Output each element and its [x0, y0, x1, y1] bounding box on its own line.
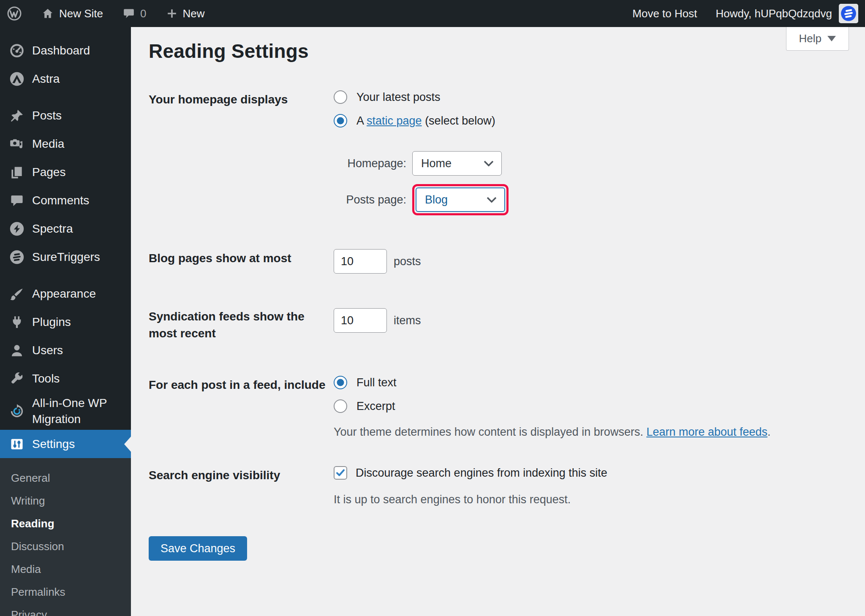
posts-unit-label: posts: [394, 255, 421, 268]
submenu-item-writing[interactable]: Writing: [0, 489, 131, 512]
discourage-indexing-label: Discourage search engines from indexing …: [356, 467, 607, 480]
submenu-item-privacy[interactable]: Privacy: [0, 603, 131, 616]
sidebar-item-posts[interactable]: Posts: [0, 101, 131, 130]
static-page-radio[interactable]: [334, 114, 347, 128]
site-name: New Site: [59, 7, 103, 20]
wordpress-admin: New Site 0 New Move to Host Howdy, hUPqb…: [0, 0, 865, 616]
excerpt-radio[interactable]: [334, 399, 347, 413]
suretriggers-icon: [9, 250, 24, 265]
sidebar-item-label: Tools: [32, 371, 60, 387]
search-visibility-label: Search engine visibility: [149, 466, 334, 507]
pushpin-icon: [9, 108, 24, 123]
sidebar-item-label: Spectra: [32, 221, 73, 237]
search-visibility-row: Search engine visibility Discourage sear…: [149, 466, 848, 507]
settings-icon: [9, 437, 24, 452]
wordpress-logo-menu[interactable]: [7, 6, 22, 21]
sidebar-item-label: SureTriggers: [32, 249, 100, 265]
comment-count: 0: [140, 7, 146, 20]
sidebar-item-dashboard[interactable]: Dashboard: [0, 36, 131, 65]
plus-icon: [166, 8, 178, 19]
main-content: Reading Settings Your homepage displays …: [131, 27, 865, 616]
admin-bar: New Site 0 New Move to Host Howdy, hUPqb…: [0, 0, 865, 27]
astra-icon: [9, 71, 24, 87]
posts-page-select[interactable]: Blog: [416, 187, 505, 212]
sidebar-item-label: Appearance: [32, 286, 96, 302]
reading-settings-form: Your homepage displays Your latest posts…: [149, 90, 848, 561]
sidebar-item-label: Posts: [32, 108, 62, 124]
new-content-menu[interactable]: New: [166, 7, 205, 20]
admin-sidebar: Dashboard Astra Posts Media: [0, 27, 131, 616]
homepage-select[interactable]: Home: [412, 151, 502, 176]
sidebar-item-label: Pages: [32, 164, 65, 180]
chevron-down-icon: [827, 36, 836, 41]
comments-menu[interactable]: 0: [122, 7, 146, 20]
migration-icon: [9, 404, 24, 419]
paintbrush-icon: [9, 286, 24, 301]
user-icon: [9, 343, 24, 358]
sidebar-item-suretriggers[interactable]: SureTriggers: [0, 243, 131, 271]
blog-pages-row: Blog pages show at most posts: [149, 249, 848, 274]
sidebar-item-appearance[interactable]: Appearance: [0, 280, 131, 308]
chevron-down-icon: [484, 160, 494, 166]
feed-include-label: For each post in a feed, include: [149, 376, 334, 439]
wrench-icon: [9, 371, 24, 386]
dashboard-icon: [9, 43, 24, 58]
feed-include-row: For each post in a feed, include Full te…: [149, 376, 848, 439]
menu-separator: [0, 271, 131, 280]
submenu-item-media[interactable]: Media: [0, 558, 131, 581]
help-button[interactable]: Help: [786, 27, 849, 51]
plug-icon: [9, 315, 24, 330]
sidebar-item-settings[interactable]: Settings: [0, 430, 131, 458]
submenu-item-reading[interactable]: Reading: [0, 512, 131, 535]
submenu-item-permalinks[interactable]: Permalinks: [0, 581, 131, 603]
comment-bubble-icon: [122, 7, 135, 20]
wordpress-logo-icon: [7, 6, 22, 21]
highlight-ring: Blog: [412, 184, 509, 215]
latest-posts-radio[interactable]: [334, 90, 347, 104]
excerpt-label: Excerpt: [356, 400, 395, 413]
sidebar-item-all-in-one-wp-migration[interactable]: All-in-One WP Migration: [0, 393, 131, 430]
sidebar-item-users[interactable]: Users: [0, 336, 131, 364]
homepage-displays-label: Your homepage displays: [149, 90, 334, 215]
blog-pages-label: Blog pages show at most: [149, 249, 334, 274]
submenu-item-discussion[interactable]: Discussion: [0, 535, 131, 558]
sidebar-item-comments[interactable]: Comments: [0, 186, 131, 214]
sidebar-item-tools[interactable]: Tools: [0, 364, 131, 393]
posts-per-page-input[interactable]: [334, 249, 387, 274]
sidebar-item-label: Astra: [32, 71, 60, 87]
move-to-host-link[interactable]: Move to Host: [632, 7, 697, 20]
learn-more-feeds-link[interactable]: Learn more about feeds: [646, 426, 767, 438]
sidebar-item-label: Comments: [32, 193, 89, 209]
syndication-label: Syndication feeds show the most recent: [149, 307, 334, 342]
account-menu[interactable]: Howdy, hUPqbQdzqdvg: [715, 4, 858, 23]
static-page-label: A static page (select below): [356, 114, 495, 128]
sidebar-item-media[interactable]: Media: [0, 130, 131, 158]
homepage-displays-row: Your homepage displays Your latest posts…: [149, 90, 848, 215]
save-changes-button[interactable]: Save Changes: [149, 536, 247, 561]
settings-submenu: General Writing Reading Discussion Media…: [0, 458, 131, 616]
page-title: Reading Settings: [149, 40, 848, 62]
submenu-item-general[interactable]: General: [0, 467, 131, 489]
syndication-row: Syndication feeds show the most recent i…: [149, 307, 848, 342]
sidebar-item-pages[interactable]: Pages: [0, 158, 131, 186]
full-text-radio[interactable]: [334, 376, 347, 389]
sidebar-item-astra[interactable]: Astra: [0, 65, 131, 93]
site-menu[interactable]: New Site: [41, 7, 103, 20]
spectra-icon: [9, 221, 24, 236]
sidebar-item-label: Settings: [32, 436, 75, 452]
sidebar-item-label: All-in-One WP Migration: [32, 395, 127, 427]
static-page-link[interactable]: static page: [367, 114, 422, 127]
new-label: New: [183, 7, 205, 20]
sidebar-item-label: Media: [32, 136, 64, 152]
sidebar-item-label: Plugins: [32, 314, 71, 330]
items-unit-label: items: [394, 314, 421, 327]
feed-note: Your theme determines how content is dis…: [334, 425, 848, 439]
howdy-text: Howdy, hUPqbQdzqdvg: [715, 7, 832, 20]
media-icon: [9, 136, 24, 152]
discourage-indexing-checkbox[interactable]: [334, 466, 347, 480]
sidebar-item-plugins[interactable]: Plugins: [0, 308, 131, 336]
menu-separator: [0, 93, 131, 101]
sidebar-item-label: Users: [32, 342, 63, 358]
feed-items-input[interactable]: [334, 308, 387, 333]
sidebar-item-spectra[interactable]: Spectra: [0, 214, 131, 243]
